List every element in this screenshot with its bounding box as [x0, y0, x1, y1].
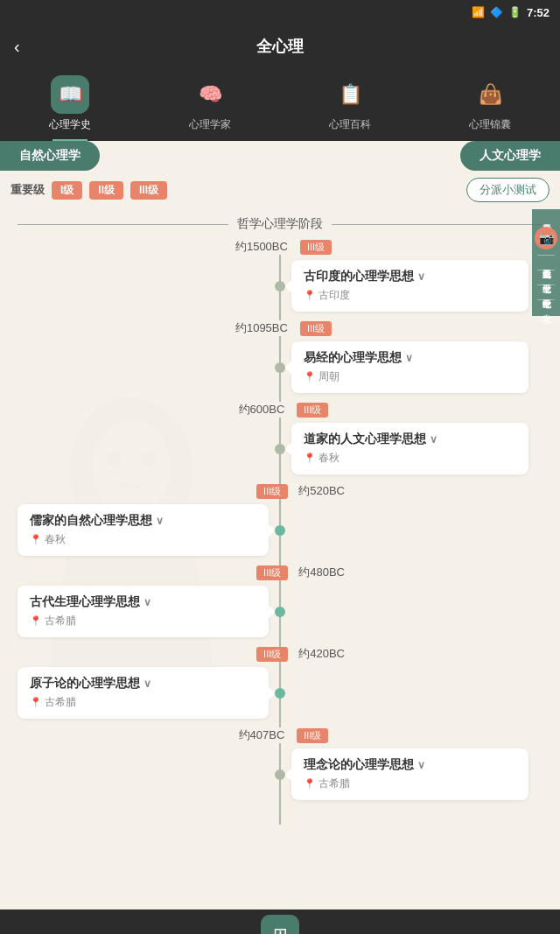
- tab-encyclopedia-label: 心理百科: [329, 117, 371, 132]
- filter-label: 重要级: [10, 182, 45, 198]
- location-pin-icon2: 📍: [304, 371, 316, 383]
- section-header: 哲学心理学阶段: [0, 209, 560, 239]
- grid-icon: ⊞: [273, 923, 288, 934]
- dot-420bc: [275, 688, 285, 699]
- status-bar: 📶 🔷 🔋 7:52: [0, 0, 560, 25]
- badge-407bc: III级: [297, 728, 328, 743]
- location-pin-icon: 📍: [304, 290, 316, 301]
- card-confucian[interactable]: 儒家的自然心理学思想 ∨ 📍 春秋: [18, 504, 269, 556]
- badge-420bc: III级: [256, 647, 288, 662]
- right-sidebar: 公元前十六至前十二世纪 📷 公元前六至公元五世纪 五至十七世纪 十七至十九世纪中…: [532, 209, 560, 316]
- test-button[interactable]: 分派小测试: [466, 178, 550, 202]
- sidebar-divider-2: [537, 270, 555, 270]
- card-atomism[interactable]: 原子论的心理学思想 ∨ 📍 古希腊: [18, 667, 269, 719]
- tab-tips-label: 心理锦囊: [469, 117, 511, 132]
- nav-tabs: 📖 心理学史 🧠 心理学家 📋 心理百科 👜 心理锦囊: [0, 68, 560, 141]
- sidebar-divider-4: [537, 299, 555, 300]
- tab-experts[interactable]: 🧠 心理学家: [140, 75, 280, 141]
- date-1500bc: 约1500BC: [228, 239, 295, 255]
- dot-407bc: [275, 769, 285, 780]
- card-physio-title: 古代生理心理学思想 ∨: [30, 594, 256, 610]
- card-daoist[interactable]: 道家的人文心理学思想 ∨ 📍 春秋: [291, 423, 528, 474]
- date-480bc: 约480BC: [293, 565, 350, 580]
- category-bar: 自然心理学 人文心理学: [0, 141, 560, 171]
- badge-520bc: III级: [256, 484, 288, 499]
- back-button[interactable]: ‹: [14, 37, 20, 57]
- section-title: 哲学心理学阶段: [237, 216, 323, 232]
- timeline: 约1500BC III级 古印度的心理学思想 ∨ 📍 古印度 约1095BC I…: [0, 239, 560, 825]
- card-confucian-location: 📍 春秋: [30, 532, 256, 547]
- bluetooth-icon: 🔷: [490, 6, 503, 18]
- bottom-bar: ⊞: [0, 909, 560, 934]
- category-humanistic[interactable]: 人文心理学: [460, 141, 560, 171]
- location-pin-icon7: 📍: [304, 778, 316, 790]
- card-ancient-india-location: 📍 古印度: [304, 288, 516, 303]
- main-content: 哲学心理学阶段 约1500BC III级 古印度的心理学思想 ∨ 📍 古印度: [0, 209, 560, 909]
- card-idealism-title: 理念论的心理学思想 ∨: [304, 757, 516, 773]
- card-ancient-india-title: 古印度的心理学思想 ∨: [304, 269, 516, 284]
- date-420bc: 约420BC: [293, 646, 350, 662]
- sidebar-nav-5[interactable]: 十九世: [541, 302, 551, 313]
- camera-button[interactable]: 📷: [535, 227, 557, 249]
- level-iii-badge[interactable]: III级: [130, 181, 167, 200]
- sidebar-nav-4[interactable]: 十七至十九世纪中叶: [541, 287, 551, 298]
- card-atomism-location: 📍 古希腊: [30, 695, 256, 710]
- card-daoist-title: 道家的人文心理学思想 ∨: [304, 432, 516, 447]
- page-title: 全心理: [256, 36, 304, 57]
- battery-icon: 🔋: [508, 6, 522, 18]
- date-1095bc: 约1095BC: [228, 320, 295, 336]
- badge-1500bc: III级: [300, 240, 332, 255]
- date-407bc: 约407BC: [232, 727, 292, 743]
- tab-history[interactable]: 📖 心理学史: [0, 75, 140, 141]
- tab-tips[interactable]: 👜 心理锦囊: [420, 75, 560, 141]
- status-time: 7:52: [527, 6, 550, 19]
- dot-1095bc: [275, 362, 285, 373]
- date-520bc: 约520BC: [293, 483, 350, 499]
- sidebar-nav-2[interactable]: 公元前六至公元五世纪: [541, 257, 551, 268]
- card-yijing[interactable]: 易经的心理学思想 ∨ 📍 周朝: [291, 341, 528, 393]
- category-natural[interactable]: 自然心理学: [0, 141, 100, 171]
- sidebar-nav-3[interactable]: 五至十七世纪: [541, 272, 551, 283]
- tab-history-label: 心理学史: [49, 117, 91, 132]
- card-physio-location: 📍 古希腊: [30, 614, 256, 629]
- badge-480bc: III级: [256, 565, 288, 580]
- tab-tips-icon: 👜: [471, 75, 509, 114]
- sidebar-nav-1[interactable]: 公元前十六至前十二世纪: [541, 213, 551, 223]
- badge-1095bc: III级: [300, 321, 332, 336]
- filter-bar: 重要级 I级 II级 III级 分派小测试: [0, 171, 560, 209]
- badge-600bc: III级: [297, 403, 328, 418]
- dot-1500bc: [275, 281, 285, 291]
- card-atomism-title: 原子论的心理学思想 ∨: [30, 676, 256, 692]
- card-confucian-title: 儒家的自然心理学思想 ∨: [30, 513, 256, 529]
- status-icons: 📶 🔷 🔋 7:52: [472, 6, 550, 19]
- card-yijing-location: 📍 周朝: [304, 369, 516, 384]
- wifi-icon: 📶: [472, 6, 485, 18]
- tab-encyclopedia[interactable]: 📋 心理百科: [280, 75, 420, 141]
- bottom-menu-button[interactable]: ⊞: [261, 915, 299, 934]
- location-pin-icon6: 📍: [30, 697, 42, 708]
- location-pin-icon3: 📍: [304, 453, 316, 464]
- dot-480bc: [275, 607, 285, 617]
- tab-experts-icon: 🧠: [191, 75, 229, 114]
- tab-history-icon: 📖: [51, 75, 89, 114]
- card-yijing-title: 易经的心理学思想 ∨: [304, 350, 516, 366]
- card-idealism-location: 📍 古希腊: [304, 776, 516, 791]
- card-physio[interactable]: 古代生理心理学思想 ∨ 📍 古希腊: [18, 586, 269, 637]
- level-i-badge[interactable]: I级: [52, 181, 82, 200]
- card-idealism[interactable]: 理念论的心理学思想 ∨ 📍 古希腊: [291, 748, 528, 800]
- tab-encyclopedia-icon: 📋: [331, 75, 369, 114]
- dot-520bc: [275, 525, 285, 536]
- sidebar-divider-3: [537, 284, 555, 285]
- header: ‹ 全心理: [0, 25, 560, 68]
- level-ii-badge[interactable]: II级: [89, 181, 123, 200]
- sidebar-divider: [537, 255, 555, 256]
- dot-600bc: [275, 444, 285, 454]
- date-600bc: 约600BC: [232, 402, 292, 418]
- tab-experts-label: 心理学家: [189, 117, 231, 132]
- location-pin-icon5: 📍: [30, 615, 42, 627]
- card-ancient-india[interactable]: 古印度的心理学思想 ∨ 📍 古印度: [291, 260, 528, 312]
- card-daoist-location: 📍 春秋: [304, 451, 516, 466]
- location-pin-icon4: 📍: [30, 534, 42, 545]
